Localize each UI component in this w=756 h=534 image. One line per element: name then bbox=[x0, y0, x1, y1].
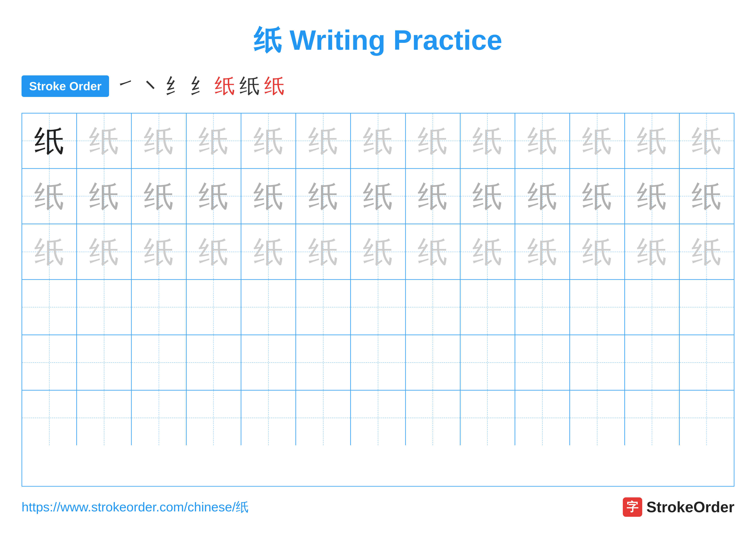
grid-row-4 bbox=[22, 280, 734, 335]
grid-cell-6-13[interactable] bbox=[680, 391, 734, 445]
grid-cell-6-7[interactable] bbox=[351, 391, 406, 445]
grid-cell-3-3: 纸 bbox=[132, 224, 186, 279]
grid-cell-6-8[interactable] bbox=[406, 391, 461, 445]
grid-cell-5-5[interactable] bbox=[241, 335, 296, 390]
char-guide: 纸 bbox=[89, 181, 119, 211]
logo-text: StrokeOrder bbox=[647, 498, 735, 516]
grid-cell-4-9[interactable] bbox=[461, 280, 515, 335]
grid-cell-4-2[interactable] bbox=[77, 280, 132, 335]
grid-cell-3-7: 纸 bbox=[351, 224, 406, 279]
grid-cell-5-6[interactable] bbox=[296, 335, 351, 390]
char-guide: 纸 bbox=[691, 181, 722, 211]
grid-cell-3-4: 纸 bbox=[187, 224, 241, 279]
grid-cell-4-8[interactable] bbox=[406, 280, 461, 335]
footer-url[interactable]: https://www.strokeorder.com/chinese/纸 bbox=[21, 498, 249, 516]
grid-cell-3-9: 纸 bbox=[461, 224, 515, 279]
char-guide: 纸 bbox=[34, 237, 65, 267]
grid-cell-4-3[interactable] bbox=[132, 280, 186, 335]
grid-cell-4-4[interactable] bbox=[187, 280, 241, 335]
grid-cell-5-13[interactable] bbox=[680, 335, 734, 390]
char-guide: 纸 bbox=[472, 237, 502, 267]
grid-cell-4-11[interactable] bbox=[570, 280, 625, 335]
grid-row-6 bbox=[22, 391, 734, 445]
grid-cell-6-10[interactable] bbox=[515, 391, 570, 445]
grid-cell-1-13: 纸 bbox=[680, 114, 734, 168]
stroke-order-row: Stroke Order ㇀ ㇔ 纟 纟 纸 纸 纸 bbox=[21, 72, 735, 100]
grid-cell-5-9[interactable] bbox=[461, 335, 515, 390]
grid-cell-6-5[interactable] bbox=[241, 391, 296, 445]
grid-cell-2-10: 纸 bbox=[515, 169, 570, 224]
grid-cell-2-8: 纸 bbox=[406, 169, 461, 224]
grid-cell-5-8[interactable] bbox=[406, 335, 461, 390]
grid-cell-5-2[interactable] bbox=[77, 335, 132, 390]
char-guide: 纸 bbox=[637, 181, 667, 211]
grid-cell-2-1: 纸 bbox=[22, 169, 77, 224]
grid-cell-5-12[interactable] bbox=[625, 335, 680, 390]
grid-row-5 bbox=[22, 335, 734, 391]
grid-cell-4-7[interactable] bbox=[351, 280, 406, 335]
grid-cell-1-5: 纸 bbox=[241, 114, 296, 168]
grid-cell-6-12[interactable] bbox=[625, 391, 680, 445]
grid-cell-1-8: 纸 bbox=[406, 114, 461, 168]
grid-cell-3-1: 纸 bbox=[22, 224, 77, 279]
char-guide: 纸 bbox=[363, 126, 393, 156]
stroke-2: ㇔ bbox=[140, 72, 161, 100]
char-guide: 纸 bbox=[199, 126, 229, 156]
grid-cell-4-6[interactable] bbox=[296, 280, 351, 335]
grid-cell-6-4[interactable] bbox=[187, 391, 241, 445]
grid-cell-6-11[interactable] bbox=[570, 391, 625, 445]
grid-cell-4-10[interactable] bbox=[515, 280, 570, 335]
grid-cell-5-11[interactable] bbox=[570, 335, 625, 390]
char-guide: 纸 bbox=[308, 126, 338, 156]
grid-cell-2-12: 纸 bbox=[625, 169, 680, 224]
grid-cell-4-12[interactable] bbox=[625, 280, 680, 335]
grid-cell-3-2: 纸 bbox=[77, 224, 132, 279]
char-guide: 纸 bbox=[254, 126, 284, 156]
char-guide: 纸 bbox=[418, 237, 448, 267]
stroke-6: 纸 bbox=[239, 72, 260, 100]
grid-cell-1-10: 纸 bbox=[515, 114, 570, 168]
char-guide: 纸 bbox=[472, 181, 502, 211]
char-guide: 纸 bbox=[582, 181, 612, 211]
grid-cell-5-10[interactable] bbox=[515, 335, 570, 390]
grid-cell-6-9[interactable] bbox=[461, 391, 515, 445]
stroke-1: ㇀ bbox=[116, 72, 136, 100]
char-guide: 纸 bbox=[527, 237, 557, 267]
grid-cell-2-7: 纸 bbox=[351, 169, 406, 224]
grid-cell-1-2: 纸 bbox=[77, 114, 132, 168]
grid-cell-6-2[interactable] bbox=[77, 391, 132, 445]
grid-cell-4-5[interactable] bbox=[241, 280, 296, 335]
char-guide: 纸 bbox=[418, 181, 448, 211]
char-guide: 纸 bbox=[472, 126, 502, 156]
grid-cell-2-6: 纸 bbox=[296, 169, 351, 224]
grid-cell-1-3: 纸 bbox=[132, 114, 186, 168]
grid-cell-2-3: 纸 bbox=[132, 169, 186, 224]
grid-cell-4-13[interactable] bbox=[680, 280, 734, 335]
grid-cell-5-4[interactable] bbox=[187, 335, 241, 390]
grid-row-1: 纸 纸 纸 纸 纸 纸 纸 纸 纸 bbox=[22, 114, 734, 169]
char-guide: 纸 bbox=[308, 181, 338, 211]
logo-icon: 字 bbox=[623, 497, 642, 517]
grid-cell-5-7[interactable] bbox=[351, 335, 406, 390]
char-guide: 纸 bbox=[254, 181, 284, 211]
char-guide: 纸 bbox=[582, 126, 612, 156]
char-guide: 纸 bbox=[144, 126, 174, 156]
char-guide: 纸 bbox=[418, 126, 448, 156]
char-guide: 纸 bbox=[363, 181, 393, 211]
char-guide: 纸 bbox=[308, 237, 338, 267]
stroke-3: 纟 bbox=[165, 72, 186, 100]
char-guide: 纸 bbox=[254, 237, 284, 267]
grid-cell-4-1[interactable] bbox=[22, 280, 77, 335]
grid-cell-6-6[interactable] bbox=[296, 391, 351, 445]
char-guide: 纸 bbox=[363, 237, 393, 267]
grid-cell-1-6: 纸 bbox=[296, 114, 351, 168]
grid-cell-1-4: 纸 bbox=[187, 114, 241, 168]
grid-cell-6-1[interactable] bbox=[22, 391, 77, 445]
stroke-7: 纸 bbox=[264, 72, 285, 100]
grid-cell-6-3[interactable] bbox=[132, 391, 186, 445]
grid-cell-5-1[interactable] bbox=[22, 335, 77, 390]
grid-row-2: 纸 纸 纸 纸 纸 纸 纸 纸 纸 bbox=[22, 169, 734, 224]
grid-cell-3-13: 纸 bbox=[680, 224, 734, 279]
grid-cell-5-3[interactable] bbox=[132, 335, 186, 390]
page: 纸 Writing Practice Stroke Order ㇀ ㇔ 纟 纟 … bbox=[0, 0, 756, 534]
